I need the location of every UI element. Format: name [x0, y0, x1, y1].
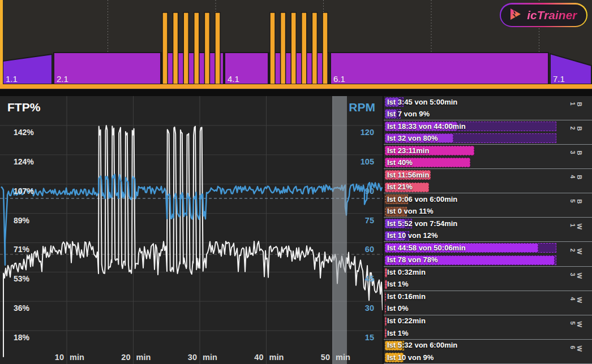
x-tick-unit: min: [269, 353, 284, 362]
stat-group-label: B 4: [569, 175, 583, 187]
stat-group: Ist 0:06 von 6:00minIst 0 von 11%B 5: [384, 193, 592, 218]
stat-row: Ist 11:56min: [384, 170, 592, 181]
profile-baseline: [0, 84, 592, 89]
stat-row-text: Ist 5:32 von 6:00min: [387, 340, 457, 350]
profile-segment-label: 4.1: [228, 74, 239, 84]
profile-segment-label: 1.1: [6, 74, 18, 84]
x-tick-unit: min: [136, 353, 151, 362]
profile-start-marker: [0, 0, 3, 84]
stat-row: Ist 0 von 11%: [384, 206, 592, 218]
stat-group-label: W 2: [569, 248, 583, 260]
stat-row-text: Ist 0 von 11%: [387, 206, 434, 216]
x-tick-number: 20: [121, 353, 130, 362]
ictrainer-app: 1.12.14.16.17.1 icTrainer 142%124%107%89…: [0, 0, 592, 364]
logo-wordmark: icTrainer: [527, 8, 577, 22]
profile-spike: [302, 12, 307, 84]
stat-group-label: W 3: [569, 272, 583, 284]
ftp-tick-label: 124%: [14, 157, 34, 166]
stat-row: Ist 5:32 von 6:00min: [384, 340, 592, 352]
profile-spike: [204, 12, 209, 84]
stat-row: Ist 32 von 80%: [384, 133, 592, 145]
profile-segment-interval-base: [269, 53, 329, 84]
profile-segment-block: [331, 53, 548, 84]
stat-row-text: Ist 10 von 12%: [387, 231, 438, 241]
ftp-tick-label: 71%: [14, 245, 30, 254]
profile-segment-interval-base: [162, 53, 224, 84]
play-bolt-icon: [508, 7, 522, 24]
profile-spike: [183, 12, 188, 84]
x-tick-unit: min: [70, 353, 84, 362]
stat-row: Ist 1%: [384, 279, 592, 291]
rpm-tick-label: 15: [365, 333, 374, 342]
stat-row: Ist 7 von 9%: [384, 109, 592, 120]
progress-bar-fill: [385, 194, 386, 204]
stat-row-text: Ist 11:56min: [387, 170, 429, 180]
stat-row: Ist 0:16min: [384, 291, 592, 303]
rpm-tick-label: 30: [365, 304, 374, 313]
chart-svg: 142%124%107%89%71%53%36%18%1201059075604…: [0, 96, 383, 364]
stat-group-label: B 3: [569, 151, 583, 163]
profile-spike: [194, 12, 199, 84]
left-axis-title: FTP%: [7, 101, 41, 114]
profile-segment-label: 7.1: [553, 74, 565, 84]
stat-row-text: Ist 1%: [387, 279, 409, 289]
rpm-tick-label: 105: [361, 157, 374, 166]
right-axis-title: RPM: [349, 101, 375, 114]
progress-bar-fill: [385, 292, 386, 302]
stat-row-text: Ist 1%: [387, 328, 409, 339]
stat-row: Ist 0:22min: [384, 315, 592, 327]
stat-row-text: Ist 44:58 von 50:06min: [387, 243, 466, 253]
stat-group: Ist 5:32 von 6:00minIst 10 von 9%W 6: [384, 340, 592, 364]
progress-bar-fill: [385, 304, 386, 314]
stat-group-label: W 5: [569, 321, 583, 333]
stat-row: Ist 18:33 von 44:00min: [384, 121, 592, 133]
position-marker[interactable]: [332, 96, 347, 364]
profile-spike: [215, 12, 220, 84]
stat-group: Ist 5:52 von 7:54minIst 10 von 12%W 1: [384, 218, 592, 242]
x-tick-number: 10: [55, 353, 64, 362]
x-tick-unit: min: [336, 353, 350, 362]
profile-chart-divider: [0, 89, 592, 96]
stat-row: Ist 5:52 von 7:54min: [384, 218, 592, 230]
power-trace: [3, 125, 383, 357]
profile-segment-block: [54, 53, 161, 84]
stat-row-text: Ist 7 von 9%: [387, 109, 430, 119]
stat-row: Ist 78 von 78%: [384, 254, 592, 266]
ftp-tick-label: 107%: [14, 187, 34, 196]
stat-group: Ist 18:33 von 44:00minIst 32 von 80%B 2: [384, 120, 592, 145]
profile-spike: [323, 12, 328, 84]
stat-group-label: W 1: [569, 224, 583, 236]
rpm-tick-label: 120: [361, 128, 374, 137]
profile-segment-label: 2.1: [57, 74, 68, 84]
ftp-tick-label: 142%: [14, 128, 34, 137]
stat-row-text: Ist 78 von 78%: [387, 255, 438, 265]
stat-row: Ist 1%: [384, 328, 592, 340]
stat-row: Ist 40%: [384, 157, 592, 169]
stat-group-label: B 2: [569, 127, 583, 138]
stat-row: Ist 3:45 von 5:00min: [384, 97, 592, 109]
profile-spike: [173, 12, 178, 84]
stat-row: Ist 23:11min: [384, 145, 592, 157]
stat-row-text: Ist 0:22min: [387, 316, 426, 326]
progress-bar-fill: [385, 207, 386, 216]
stat-group: Ist 0:32minIst 1%W 3: [384, 267, 592, 291]
profile-spike: [162, 12, 168, 84]
stat-row-text: Ist 10 von 9%: [387, 353, 434, 363]
rpm-tick-label: 45: [365, 274, 374, 283]
rpm-tick-label: 90: [365, 187, 374, 196]
rpm-tick-label: 75: [365, 216, 374, 225]
x-tick-unit: min: [203, 353, 217, 362]
profile-segment-label: 6.1: [333, 74, 345, 84]
workout-chart: 142%124%107%89%71%53%36%18%1201059075604…: [0, 96, 383, 364]
ftp-tick-label: 53%: [14, 274, 30, 283]
ftp-tick-label: 18%: [14, 333, 30, 342]
stat-group: Ist 0:16minIst 0%W 4: [384, 291, 592, 315]
x-tick-number: 50: [321, 353, 330, 362]
stat-row-text: Ist 23:11min: [387, 146, 429, 156]
stat-row-text: Ist 0:32min: [387, 267, 426, 278]
stat-row-text: Ist 0:16min: [387, 292, 426, 302]
stat-row: Ist 0:06 von 6:00min: [384, 194, 592, 206]
profile-spike: [312, 12, 317, 84]
stat-row-text: Ist 0:06 von 6:00min: [387, 194, 457, 205]
stat-row-text: Ist 40%: [387, 158, 413, 168]
